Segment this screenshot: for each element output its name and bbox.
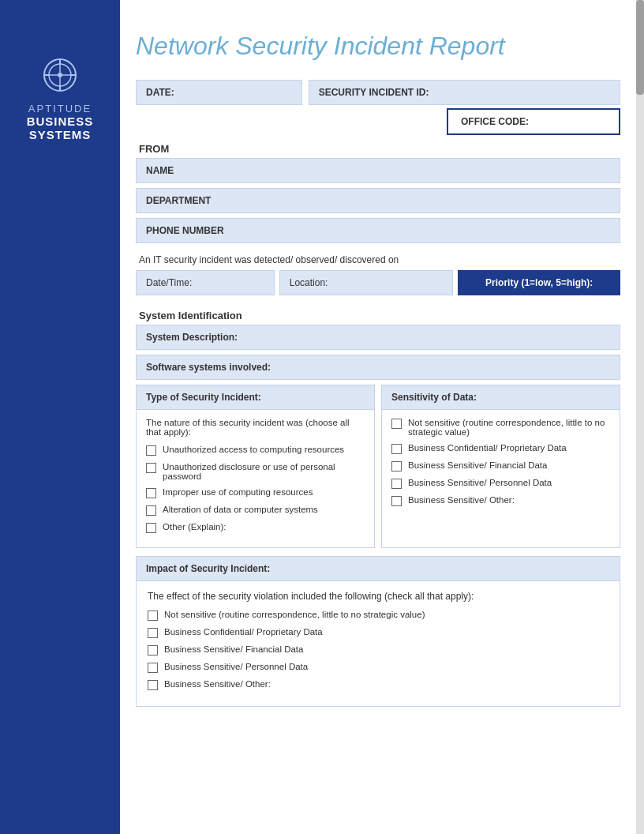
security-type-box: Type of Security Incident: The nature of… <box>136 385 375 548</box>
checkbox-label: Business Sensitive/ Financial Data <box>408 460 547 470</box>
office-code-row: OFFICE CODE: <box>136 108 620 135</box>
name-field[interactable]: NAME <box>136 158 620 183</box>
phone-field[interactable]: PHONE NUMBER <box>136 218 620 243</box>
impact-checkbox-item[interactable]: Business Sensitive/ Other: <box>148 679 608 690</box>
sensitivity-body: Not sensitive (routine correspondence, l… <box>382 410 620 520</box>
security-type-checkbox-item[interactable]: Alteration of data or computer systems <box>146 505 365 516</box>
sensitivity-checkbox-item[interactable]: Business Sensitive/ Personnel Data <box>391 478 610 489</box>
checkbox-label: Business Sensitive/ Other: <box>164 679 271 689</box>
impact-section: Impact of Security Incident: The effect … <box>136 556 620 707</box>
checkbox[interactable] <box>391 419 402 429</box>
security-type-subheading: The nature of this security incident was… <box>146 418 365 437</box>
impact-header: Impact of Security Incident: <box>137 557 620 581</box>
page-title: Network Security Incident Report <box>136 32 620 61</box>
sensitivity-items: Not sensitive (routine correspondence, l… <box>391 418 610 506</box>
security-type-checkbox-item[interactable]: Unauthorized access to computing resourc… <box>146 445 365 456</box>
sensitivity-checkbox-item[interactable]: Business Sensitive/ Other: <box>391 495 610 506</box>
checkbox-label: Not sensitive (routine correspondence, l… <box>164 610 425 619</box>
checkbox[interactable] <box>391 479 402 489</box>
checkbox-label: Business Sensitive/ Other: <box>408 495 515 505</box>
impact-checkbox-item[interactable]: Business Sensitive/ Personnel Data <box>148 662 608 673</box>
checkbox[interactable] <box>148 680 158 690</box>
sensitivity-checkbox-item[interactable]: Not sensitive (routine correspondence, l… <box>391 418 610 437</box>
checkbox[interactable] <box>146 505 156 516</box>
it-incident-text: An IT security incident was detected/ ob… <box>136 248 620 270</box>
sensitivity-checkbox-item[interactable]: Business Sensitive/ Financial Data <box>391 460 610 471</box>
security-type-body: The nature of this security incident was… <box>137 410 374 547</box>
checkbox[interactable] <box>146 463 156 473</box>
checkbox[interactable] <box>146 488 156 498</box>
checkbox[interactable] <box>391 444 402 454</box>
checkbox-label: Unauthorized access to computing resourc… <box>163 445 344 454</box>
from-label: FROM <box>136 138 620 158</box>
checkbox[interactable] <box>148 628 158 638</box>
sensitivity-box: Sensitivity of Data: Not sensitive (rout… <box>381 385 620 548</box>
impact-body: The effect of the security violation inc… <box>137 581 620 706</box>
checkbox-label: Unauthorized disclosure or use of person… <box>163 462 365 481</box>
checkbox-label: Other (Explain): <box>163 522 227 532</box>
datetime-field[interactable]: Date/Time: <box>136 270 275 295</box>
priority-field[interactable]: Priority (1=low, 5=high): <box>458 270 620 295</box>
checkbox[interactable] <box>391 461 402 471</box>
two-col-section: Type of Security Incident: The nature of… <box>136 385 620 548</box>
checkbox-label: Alteration of data or computer systems <box>163 505 318 514</box>
sensitivity-checkbox-item[interactable]: Business Confidential/ Proprietary Data <box>391 443 610 454</box>
security-type-checkbox-item[interactable]: Other (Explain): <box>146 522 365 533</box>
office-code-field[interactable]: OFFICE CODE: <box>447 108 620 135</box>
sensitivity-header: Sensitivity of Data: <box>382 385 620 410</box>
top-fields-row: DATE: SECURITY INCIDENT ID: <box>136 80 620 105</box>
checkbox[interactable] <box>148 663 158 673</box>
impact-subheading: The effect of the security violation inc… <box>148 591 608 602</box>
security-type-header: Type of Security Incident: <box>137 385 374 410</box>
sidebar: APTITUDE BUSINESS SYSTEMS <box>0 0 120 834</box>
checkbox[interactable] <box>148 645 158 656</box>
checkbox-label: Improper use of computing resources <box>163 487 313 497</box>
logo-icon <box>40 55 80 95</box>
sidebar-aptitude-label: APTITUDE <box>28 103 92 115</box>
security-type-checkbox-item[interactable]: Improper use of computing resources <box>146 487 365 498</box>
incident-fields-row: Date/Time: Location: Priority (1=low, 5=… <box>136 270 620 295</box>
security-incident-id-field[interactable]: SECURITY INCIDENT ID: <box>309 80 620 105</box>
impact-checkbox-item[interactable]: Not sensitive (routine correspondence, l… <box>148 610 608 621</box>
main-content: Network Security Incident Report DATE: S… <box>120 0 636 746</box>
checkbox[interactable] <box>146 523 156 533</box>
checkbox-label: Not sensitive (routine correspondence, l… <box>408 418 610 437</box>
checkbox[interactable] <box>146 445 156 456</box>
checkbox[interactable] <box>391 496 402 506</box>
checkbox-label: Business Sensitive/ Financial Data <box>164 644 303 654</box>
checkbox-label: Business Confidential/ Proprietary Data <box>164 627 323 637</box>
checkbox-label: Business Sensitive/ Personnel Data <box>408 478 552 487</box>
impact-checkbox-item[interactable]: Business Sensitive/ Financial Data <box>148 644 608 656</box>
impact-checkbox-item[interactable]: Business Confidential/ Proprietary Data <box>148 627 608 638</box>
system-description-field[interactable]: System Description: <box>136 325 620 350</box>
scrollbar[interactable] <box>636 0 644 834</box>
scrollbar-thumb[interactable] <box>636 0 644 95</box>
security-type-checkbox-item[interactable]: Unauthorized disclosure or use of person… <box>146 462 365 481</box>
impact-items: Not sensitive (routine correspondence, l… <box>148 610 608 690</box>
checkbox-label: Business Confidential/ Proprietary Data <box>408 443 567 453</box>
checkbox-label: Business Sensitive/ Personnel Data <box>164 662 308 671</box>
svg-point-2 <box>58 73 62 77</box>
software-systems-field[interactable]: Software systems involved: <box>136 355 620 380</box>
department-field[interactable]: DEPARTMENT <box>136 188 620 213</box>
location-field[interactable]: Location: <box>279 270 454 295</box>
date-field[interactable]: DATE: <box>136 80 302 105</box>
sidebar-systems-label: SYSTEMS <box>29 128 92 141</box>
checkbox[interactable] <box>148 610 158 621</box>
security-type-items: Unauthorized access to computing resourc… <box>146 445 365 533</box>
system-identification-heading: System Identification <box>136 305 620 325</box>
sidebar-business-label: BUSINESS <box>27 115 94 128</box>
